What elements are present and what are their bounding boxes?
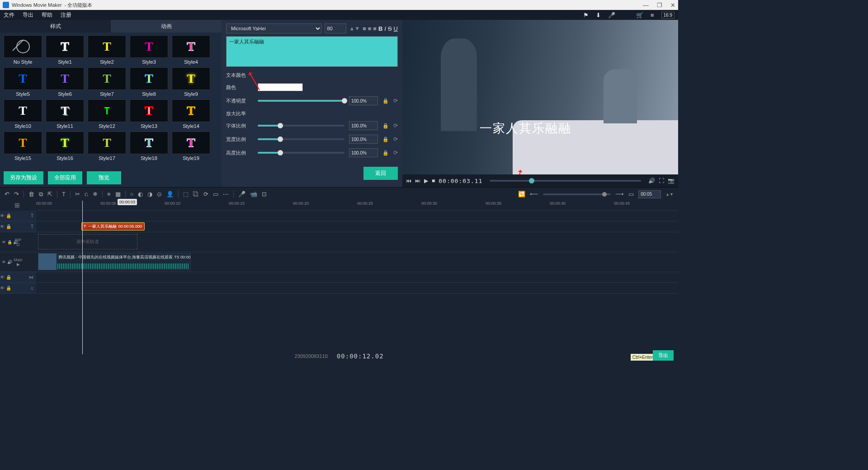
style-item-style8[interactable]: TStyle8 (130, 67, 168, 97)
apply-all-button[interactable]: 全部应用 (48, 171, 82, 184)
minimize-button[interactable]: — (643, 2, 649, 9)
export-button[interactable]: 导出 (653, 350, 674, 361)
style-item-style4[interactable]: TStyle4 (172, 35, 210, 65)
text-content-input[interactable]: 一家人其乐融融 (226, 36, 398, 67)
style-item-style16[interactable]: TStyle16 (46, 132, 84, 161)
delete-icon[interactable]: 🗑 (28, 191, 34, 197)
style-item-style15[interactable]: TStyle15 (4, 132, 42, 161)
menu-help[interactable]: 帮助 (42, 11, 52, 19)
style-item-style6[interactable]: TStyle6 (46, 67, 84, 97)
download-icon[interactable]: ⬇ (596, 12, 601, 19)
zoom-time-input[interactable] (638, 190, 661, 198)
strike-icon[interactable]: S (388, 25, 392, 32)
prev-frame-button[interactable]: ⏮ (406, 178, 411, 184)
back-button[interactable]: 返回 (363, 167, 398, 180)
cut-icon[interactable]: ✂ (75, 191, 80, 197)
flag-icon[interactable]: ⚑ (583, 12, 589, 19)
play-button[interactable]: ▶ (424, 178, 428, 184)
save-preset-button[interactable]: 另存为预设 (4, 171, 43, 184)
style-item-style9[interactable]: TStyle9 (172, 67, 210, 97)
opacity-input[interactable] (349, 96, 378, 105)
height-scale-slider[interactable] (258, 152, 344, 154)
mic-icon[interactable]: 🎤 (608, 12, 615, 19)
style-item-style10[interactable]: TStyle10 (4, 99, 42, 129)
lock-icon[interactable]: 🔒 (382, 123, 389, 129)
font-scale-input[interactable] (349, 121, 378, 130)
preview-button[interactable]: 预览 (87, 171, 121, 184)
style-item-style3[interactable]: TStyle3 (130, 35, 168, 65)
timeline-ruler[interactable]: 00:00:03 00:00:0000:00:0500:00:1000:00:1… (36, 201, 678, 211)
grid-icon[interactable]: ▦ (115, 191, 121, 197)
style-item-style1[interactable]: TStyle1 (46, 35, 84, 65)
style-item-style5[interactable]: TStyle5 (4, 67, 42, 97)
style-item-style19[interactable]: TStyle19 (172, 132, 210, 161)
lock-icon[interactable]: 🔒 (382, 98, 389, 104)
mic-icon[interactable]: 🎤 (238, 191, 245, 197)
list-icon[interactable]: ≡ (107, 191, 111, 197)
main-video-clip[interactable]: 腾讯视频 - 中国领先的在线视频媒体平台,海量高清视频在线观看.TS 00:00… (38, 253, 191, 270)
crop-icon[interactable]: ⿻ (193, 191, 199, 197)
camera-icon[interactable]: 📹 (250, 191, 257, 197)
height-scale-input[interactable] (349, 148, 378, 157)
preview-progress[interactable] (490, 180, 641, 182)
bold-icon[interactable]: B (378, 25, 382, 32)
style-item-style2[interactable]: TStyle2 (88, 35, 126, 65)
width-scale-slider[interactable] (258, 138, 344, 140)
style-item-style12[interactable]: TStyle12 (88, 99, 126, 129)
stop-button[interactable]: ■ (432, 178, 435, 184)
filter-icon[interactable]: ≡ (651, 12, 654, 19)
opacity-slider[interactable] (258, 100, 344, 102)
redo-icon[interactable]: ↷ (14, 191, 19, 197)
playhead-time[interactable]: 00:00:03 (118, 199, 137, 205)
tab-animation[interactable]: 动画 (111, 20, 222, 33)
underline-icon[interactable]: U (394, 25, 398, 32)
width-scale-input[interactable] (349, 135, 378, 144)
next-frame-button[interactable]: ⏭ (415, 178, 420, 184)
track-add-icon[interactable]: ⊞ (14, 202, 20, 209)
tool-icon[interactable]: ⋯ (223, 191, 229, 197)
font-scale-slider[interactable] (258, 125, 344, 127)
maximize-button[interactable]: ❐ (657, 2, 662, 9)
style-item-style14[interactable]: TStyle14 (172, 99, 210, 129)
reset-icon[interactable]: ⟳ (393, 98, 398, 104)
font-select[interactable]: Microsoft YaHei (226, 24, 322, 33)
font-size-input[interactable] (325, 24, 346, 33)
zoom-out-icon[interactable]: ⟵ (530, 191, 538, 197)
style-item-style13[interactable]: TStyle13 (130, 99, 168, 129)
align-right-icon[interactable]: ≡ (373, 25, 377, 32)
text-tool-icon[interactable]: T (62, 191, 66, 197)
style-item-style17[interactable]: TStyle17 (88, 132, 126, 161)
tool-icon[interactable]: ◑ (147, 191, 152, 197)
loop-icon[interactable]: 🔁 (518, 191, 525, 197)
fit-icon[interactable]: ▭ (628, 191, 634, 197)
export-icon[interactable]: ⇱ (47, 191, 52, 197)
tab-style[interactable]: 样式 (0, 20, 111, 33)
menu-register[interactable]: 注册 (61, 11, 71, 19)
pip-placeholder[interactable]: 画中画轨道 (38, 234, 137, 249)
fullscreen-icon[interactable]: ⛶ (659, 178, 664, 184)
style-item-style7[interactable]: TStyle7 (88, 67, 126, 97)
tool-icon[interactable]: ▭ (213, 191, 218, 197)
lock-icon[interactable]: 🔒 (382, 150, 389, 156)
volume-icon[interactable]: 🔊 (648, 178, 655, 184)
menu-file[interactable]: 文件 (4, 11, 14, 19)
style-item-style18[interactable]: TStyle18 (130, 132, 168, 161)
lock-icon[interactable]: 🔒 (382, 136, 389, 142)
freeze-icon[interactable]: ❄ (93, 191, 98, 197)
menu-export[interactable]: 导出 (23, 11, 33, 19)
tool-icon[interactable]: ⬚ (183, 191, 189, 197)
trim-icon[interactable]: ⎌ (85, 191, 88, 197)
style-item-nostyle[interactable]: No Style (4, 35, 42, 65)
undo-icon[interactable]: ↶ (5, 191, 9, 197)
italic-icon[interactable]: I (384, 25, 386, 32)
style-item-style11[interactable]: TStyle11 (46, 99, 84, 129)
reset-icon[interactable]: ⟳ (393, 136, 398, 142)
aspect-ratio[interactable]: 16:9 (661, 12, 675, 19)
cart-icon[interactable]: 🛒 (636, 12, 643, 19)
rotate-icon[interactable]: ⟳ (203, 191, 208, 197)
person-icon[interactable]: 👤 (166, 191, 174, 197)
tool-icon[interactable]: ○ (130, 191, 134, 197)
copy-icon[interactable]: ⧉ (39, 191, 43, 198)
align-center-icon[interactable]: ≡ (368, 25, 372, 32)
zoom-in-icon[interactable]: ⟶ (615, 191, 624, 197)
